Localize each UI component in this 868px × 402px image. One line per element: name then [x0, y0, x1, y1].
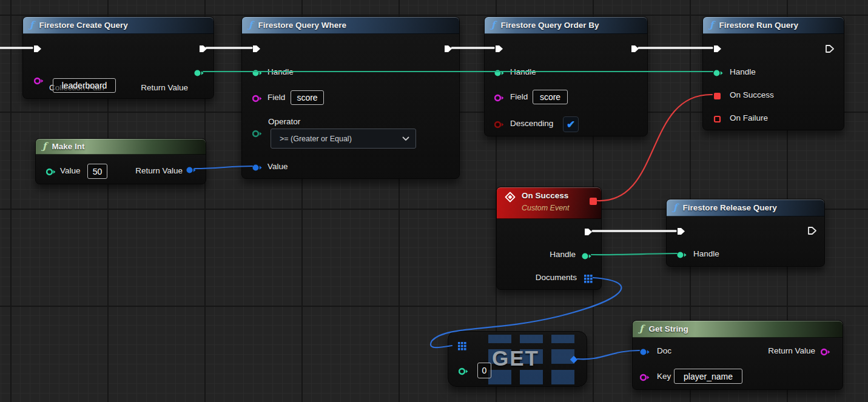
field-pin[interactable]: [252, 94, 263, 105]
exec-out-pin[interactable]: [825, 44, 835, 56]
operator-dropdown[interactable]: >= (Greater or Equal): [271, 129, 416, 149]
chevron-down-icon: [402, 136, 409, 141]
field-pin[interactable]: [494, 93, 505, 104]
key-pin[interactable]: [640, 373, 650, 384]
exec-in-pin[interactable]: [676, 227, 686, 238]
custom-event-icon: [505, 192, 516, 205]
operator-selected-value: >= (Greater or Equal): [280, 135, 352, 143]
exec-in-pin[interactable]: [33, 44, 42, 56]
delegate-out-pin[interactable]: [589, 197, 597, 208]
function-icon: ƒ: [639, 324, 643, 333]
handle-label: Handle: [550, 250, 576, 259]
operator-pin[interactable]: [252, 129, 263, 140]
function-icon: ƒ: [673, 203, 677, 212]
on-success-label: On Success: [730, 90, 774, 99]
handle-pin[interactable]: [713, 69, 724, 79]
exec-in-pin[interactable]: [713, 44, 722, 56]
exec-out-pin[interactable]: [630, 44, 640, 56]
exec-out-pin[interactable]: [584, 227, 593, 239]
return-value-label: Return Value: [141, 83, 188, 92]
handle-pin[interactable]: [252, 69, 263, 79]
exec-out-pin[interactable]: [198, 44, 208, 56]
collection-path-pin[interactable]: [34, 76, 44, 87]
node-header[interactable]: ƒ Firestore Query Order By: [485, 17, 647, 34]
checkmark-icon: ✔: [567, 118, 575, 131]
node-firestore-release-query[interactable]: ƒ Firestore Release Query Handle: [666, 199, 825, 267]
node-make-int[interactable]: ƒ Make Int Value Return Value: [35, 138, 206, 184]
node-get-string[interactable]: ƒ Get String Doc Return Value Key: [632, 320, 843, 390]
key-input[interactable]: [674, 369, 742, 384]
node-firestore-query-order-by[interactable]: ƒ Firestore Query Order By Handle Field …: [484, 16, 648, 136]
node-title: Make Int: [52, 142, 84, 151]
return-value-pin[interactable]: [821, 347, 831, 358]
return-value-label: Return Value: [135, 166, 183, 175]
doc-label: Doc: [657, 346, 671, 355]
descending-pin[interactable]: [494, 120, 505, 131]
get-node-title: GET: [492, 346, 539, 370]
handle-pin[interactable]: [494, 69, 505, 79]
collection-path-input[interactable]: [53, 78, 116, 93]
value-pin[interactable]: [252, 163, 263, 174]
key-label: Key: [657, 372, 671, 381]
node-title: Firestore Release Query: [682, 203, 776, 212]
documents-label: Documents: [536, 273, 577, 282]
element-out-pin[interactable]: [570, 355, 578, 366]
field-input[interactable]: [291, 90, 324, 105]
function-icon: ƒ: [710, 21, 713, 30]
node-header[interactable]: ƒ Firestore Query Where: [242, 17, 459, 34]
node-title: Firestore Query Order By: [500, 21, 599, 30]
node-firestore-create-query[interactable]: ƒ Firestore Create Query Collection Path…: [22, 16, 214, 99]
value-input[interactable]: [87, 164, 107, 179]
handle-label: Handle: [267, 67, 294, 76]
field-label: Field: [267, 93, 285, 102]
node-firestore-query-where[interactable]: ƒ Firestore Query Where Handle Field Ope…: [241, 16, 460, 179]
field-input[interactable]: [533, 90, 568, 104]
blueprint-graph-canvas[interactable]: ƒ Firestore Create Query Collection Path…: [0, 0, 868, 402]
return-value-pin[interactable]: [194, 69, 204, 79]
node-header[interactable]: ƒ Firestore Run Query: [703, 17, 844, 34]
return-value-pin[interactable]: [186, 166, 197, 176]
node-header[interactable]: ƒ Firestore Create Query: [23, 17, 214, 34]
value-label: Value: [267, 162, 288, 171]
descending-checkbox[interactable]: ✔: [563, 116, 579, 132]
value-pin[interactable]: [46, 167, 56, 178]
on-success-delegate-pin[interactable]: [713, 92, 721, 102]
node-array-get[interactable]: GET: [448, 331, 587, 387]
function-icon: ƒ: [249, 21, 252, 30]
handle-label: Handle: [693, 249, 719, 258]
value-label: Value: [60, 166, 81, 175]
documents-array-pin[interactable]: [584, 275, 593, 286]
index-pin[interactable]: [459, 367, 469, 378]
node-title: On Success: [522, 191, 568, 200]
array-in-pin[interactable]: [458, 342, 466, 353]
exec-out-pin[interactable]: [443, 44, 453, 56]
index-input[interactable]: [477, 363, 491, 378]
wire-event-handle-to-release: [591, 253, 677, 255]
exec-in-pin[interactable]: [494, 44, 504, 56]
descending-label: Descending: [510, 119, 553, 128]
handle-label: Handle: [510, 67, 536, 76]
node-subtitle: Custom Event: [522, 204, 570, 212]
operator-label: Operator: [268, 117, 300, 126]
node-title: Firestore Create Query: [39, 21, 127, 30]
node-title: Firestore Query Where: [258, 21, 346, 30]
node-title: Get String: [648, 324, 688, 333]
node-on-success-event[interactable]: On Success Custom Event Handle Documents: [496, 187, 602, 290]
exec-out-pin[interactable]: [807, 226, 817, 238]
exec-in-pin[interactable]: [252, 44, 261, 56]
node-header[interactable]: On Success Custom Event: [497, 187, 601, 219]
node-title: Firestore Run Query: [719, 21, 798, 30]
field-label: Field: [510, 92, 528, 101]
function-icon: ƒ: [42, 142, 46, 151]
node-header[interactable]: ƒ Get String: [633, 321, 843, 338]
node-header[interactable]: ƒ Firestore Release Query: [667, 199, 824, 216]
handle-label: Handle: [730, 67, 756, 76]
node-firestore-run-query[interactable]: ƒ Firestore Run Query Handle On Success …: [702, 16, 844, 130]
handle-pin[interactable]: [677, 250, 687, 261]
on-failure-delegate-pin[interactable]: [713, 115, 721, 126]
on-failure-label: On Failure: [730, 113, 768, 122]
function-icon: ƒ: [30, 21, 33, 30]
handle-pin[interactable]: [582, 252, 592, 263]
doc-pin[interactable]: [640, 347, 650, 358]
node-header[interactable]: ƒ Make Int: [36, 139, 206, 155]
